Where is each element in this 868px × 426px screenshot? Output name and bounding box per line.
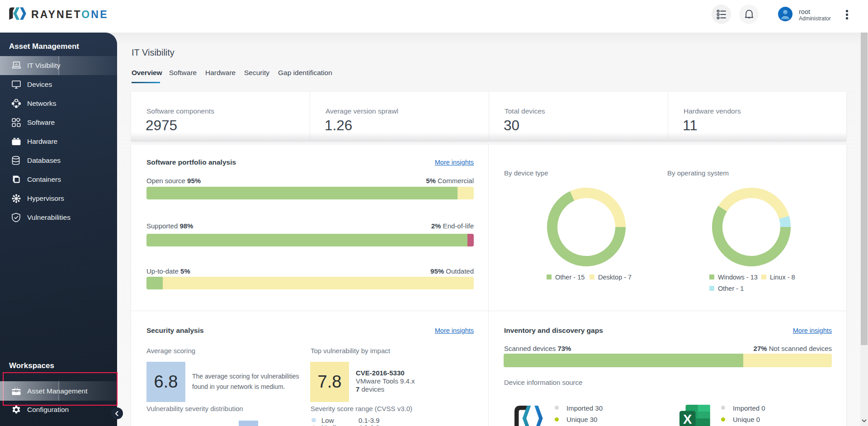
svg-text:X: X (683, 412, 692, 426)
